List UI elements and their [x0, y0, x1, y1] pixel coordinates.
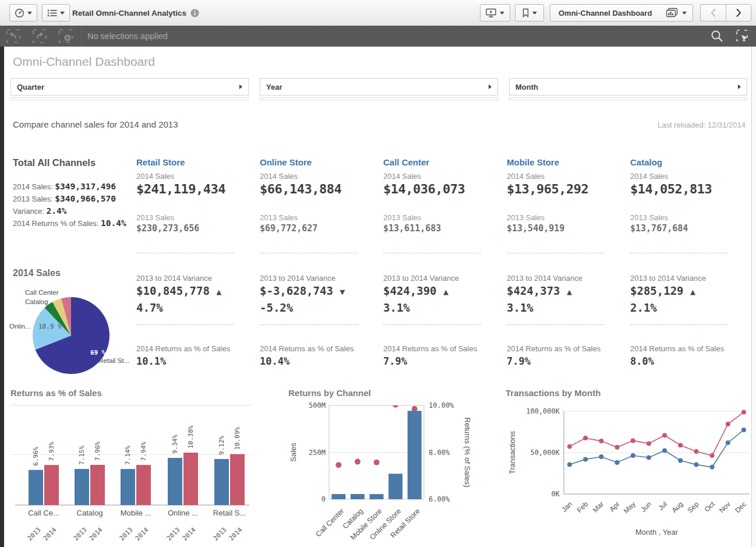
bar-call-center[interactable] [331, 494, 345, 499]
data-point-series_blue-apr[interactable] [615, 460, 620, 465]
bar-2014-catalog[interactable] [90, 465, 105, 505]
trend-up-icon: ▲ [567, 287, 572, 297]
value-2013-sales: $69,772,627 [260, 223, 317, 234]
right-axis-tick: 6.00% [429, 495, 450, 503]
value-returns-pct: 7.9% [383, 355, 407, 367]
data-point-series_blue-jan[interactable] [567, 463, 572, 467]
bar-2013-callce[interactable] [29, 470, 43, 505]
bar-2014-retails[interactable] [230, 454, 245, 505]
kpi-column-online-store[interactable]: Online Store 2014 Sales $66,143,884 2013… [260, 157, 376, 379]
dot-online-store[interactable] [393, 402, 398, 408]
label-returns: 2014 Returns as % of Sales [260, 344, 354, 353]
returns-by-channel-chart[interactable]: Returns by Channel 500M250M010.00%8.00%6… [268, 388, 495, 547]
filter-month-scrollstrip [509, 97, 747, 100]
dot-catalog[interactable] [355, 459, 361, 465]
data-point-series_red-may[interactable] [631, 438, 635, 443]
data-point-series_blue-oct[interactable] [710, 465, 715, 470]
bar-2013-mobile[interactable] [121, 469, 135, 505]
y-axis-title: Transactions [508, 431, 517, 474]
bar-category-label: Catalog [77, 509, 103, 517]
filter-quarter[interactable]: Quarter [10, 78, 249, 96]
data-point-series_red-dec[interactable] [741, 410, 746, 414]
selections-tool-button[interactable] [735, 29, 750, 44]
x-axis-label: Call Center [314, 507, 345, 538]
storytelling-button[interactable] [480, 4, 510, 22]
smart-search-button[interactable] [709, 29, 725, 44]
data-point-series_blue-dec[interactable] [741, 428, 746, 432]
data-point-series_blue-jul[interactable] [662, 449, 667, 453]
data-point-series_red-jun[interactable] [647, 441, 651, 446]
bar-2014-mobile[interactable] [136, 465, 151, 505]
step-back-button[interactable] [6, 29, 21, 44]
clear-selections-button[interactable] [58, 29, 73, 44]
sheet-list-button[interactable] [42, 4, 70, 22]
label-2014-sales: 2014 Sales [383, 172, 421, 181]
label-returns: 2014 Returns as % of Sales [383, 344, 477, 353]
data-point-series_red-nov[interactable] [726, 422, 730, 426]
step-forward-button[interactable] [32, 29, 47, 44]
returns-pct-bar-chart[interactable]: Returns as % of Sales 6.96%20137.93%2014… [10, 388, 252, 547]
data-point-series_red-apr[interactable] [615, 445, 620, 450]
trend-down-icon: ▼ [340, 287, 345, 297]
label-2014-sales: 2014 Sales [260, 172, 298, 181]
next-sheet-button[interactable] [726, 4, 751, 22]
kpi-column-retail-store[interactable]: Retail Store 2014 Sales $241,119,434 201… [136, 157, 253, 379]
data-point-series_red-jan[interactable] [567, 444, 572, 449]
dot-call-center[interactable] [335, 462, 341, 468]
label-2013-sales: 2013 Sales [260, 213, 298, 222]
data-point-series_red-sep[interactable] [694, 449, 698, 454]
bar-2014-online[interactable] [183, 453, 198, 505]
info-icon[interactable] [190, 9, 199, 17]
bar-retail-store[interactable] [408, 411, 422, 499]
value-2014-sales: $14,036,073 [383, 182, 465, 196]
sheet-selector[interactable]: Omni-Channel Dashboard [550, 4, 693, 22]
bar-2013-catalog[interactable] [75, 469, 89, 505]
kpi-column-call-center[interactable]: Call Center 2014 Sales $14,036,073 2013 … [383, 157, 500, 379]
data-point-series_blue-nov[interactable] [726, 440, 730, 445]
data-point-series_blue-aug[interactable] [678, 458, 683, 463]
bar-2013-retails[interactable] [214, 459, 229, 505]
clear-all-icon [58, 29, 73, 44]
transactions-by-month-chart[interactable]: Transactions by Month 100,000K50,000K0KT… [501, 388, 753, 547]
dot-mobile-store[interactable] [374, 460, 380, 465]
divider [260, 253, 358, 253]
previous-sheet-button[interactable] [700, 4, 726, 22]
month-label: Aug [670, 500, 684, 514]
filter-month[interactable]: Month [509, 78, 747, 96]
chevron-right-icon [239, 84, 242, 89]
data-point-series_red-mar[interactable] [599, 439, 603, 443]
value-variance-pct: 3.1% [507, 301, 534, 314]
data-point-series_blue-may[interactable] [631, 453, 635, 458]
bar-mobile-store[interactable] [370, 494, 384, 499]
bar-year-label: 2014 [134, 526, 150, 542]
sales-pie-chart[interactable]: Call CenterCatalogOnlin...18.9 %69 %Reta… [6, 285, 130, 386]
kpi-column-mobile-store[interactable]: Mobile Store 2014 Sales $13,965,292 2013… [507, 157, 623, 379]
data-point-series_red-jul[interactable] [662, 433, 667, 437]
label-variance: 2013 to 2014 Variance [260, 274, 335, 283]
top-toolbar: Retail Omni-Channel Analytics Omni-Chann… [0, 0, 756, 26]
data-point-series_red-oct[interactable] [710, 453, 715, 458]
channel-name: Catalog [630, 157, 662, 167]
bar-catalog[interactable] [351, 494, 365, 499]
data-point-series_blue-sep[interactable] [694, 463, 698, 467]
left-axis-tick: 0 [322, 495, 326, 503]
app-title-area: Retail Omni-Channel Analytics [72, 0, 199, 26]
bar-2014-callce[interactable] [44, 465, 59, 505]
divider [507, 324, 605, 325]
bar-2013-online[interactable] [168, 458, 182, 505]
totals-row: 2014 Sales: $349,317,496 [13, 181, 147, 193]
bar-online-store[interactable] [388, 474, 402, 499]
bar-value-label: 7.96% [94, 441, 102, 460]
data-point-series_red-aug[interactable] [678, 443, 683, 447]
kpi-column-catalog[interactable]: Catalog 2014 Sales $14,052,813 2013 Sale… [630, 157, 747, 379]
navigation-menu-button[interactable] [9, 4, 37, 22]
data-point-series_blue-feb[interactable] [583, 457, 588, 461]
data-point-series_blue-mar[interactable] [599, 454, 603, 459]
data-point-series_red-feb[interactable] [583, 436, 588, 440]
bookmarks-button[interactable] [515, 4, 544, 22]
filter-year[interactable]: Year [260, 78, 498, 96]
redo-selection-icon [32, 29, 47, 44]
value-variance: $285,129 ▲ [630, 284, 695, 297]
value-variance: $424,373 ▲ [507, 284, 572, 297]
data-point-series_blue-jun[interactable] [647, 456, 651, 460]
